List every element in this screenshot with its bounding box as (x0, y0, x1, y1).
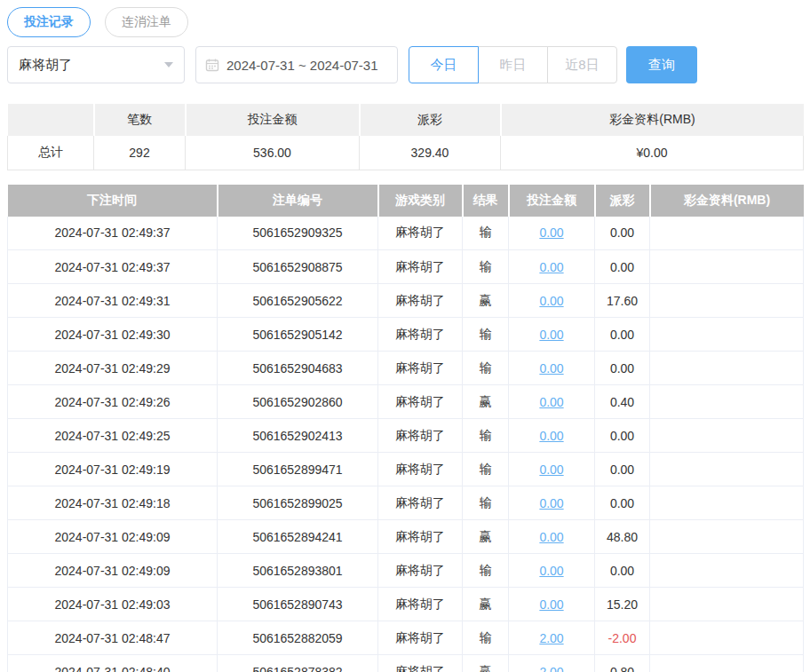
cell-bonus (650, 621, 804, 655)
summary-header-count: 笔数 (94, 104, 186, 136)
cell-game-type: 麻将胡了 (378, 419, 463, 453)
bet-amount-link[interactable]: 0.00 (539, 564, 563, 578)
quick-last8days-button[interactable]: 近8日 (547, 46, 617, 83)
bet-amount-link[interactable]: 0.00 (539, 496, 563, 510)
cell-bet-id: 5061652878382 (218, 655, 378, 672)
bet-amount-link[interactable]: 0.00 (539, 361, 563, 376)
cell-bet-id: 5061652905622 (218, 284, 378, 318)
bet-amount-link[interactable]: 0.00 (539, 294, 563, 308)
date-range-picker[interactable]: 2024-07-31 ~ 2024-07-31 (195, 46, 398, 83)
cell-bet-amount: 0.00 (509, 217, 595, 250)
cell-bonus (650, 588, 804, 621)
cell-game-type: 麻将胡了 (378, 318, 463, 352)
bet-amount-link[interactable]: 0.00 (539, 462, 563, 477)
table-row: 2024-07-31 02:49:095061652894241麻将胡了赢0.0… (8, 520, 804, 554)
records-table: 下注时间 注单编号 游戏类别 结果 投注金额 派彩 彩金资料(RMB) 2024… (7, 185, 804, 672)
summary-total-payout: 329.40 (360, 136, 501, 170)
table-row: 2024-07-31 02:49:255061652902413麻将胡了输0.0… (8, 419, 804, 453)
cell-bet-amount: 0.00 (509, 453, 595, 486)
cell-result: 输 (463, 453, 509, 486)
cell-bet-amount: 0.00 (509, 352, 595, 385)
cell-bet-time: 2024-07-31 02:48:40 (8, 655, 218, 672)
cell-bet-time: 2024-07-31 02:49:29 (8, 352, 218, 385)
cell-bet-time: 2024-07-31 02:49:18 (8, 486, 218, 520)
cell-bet-amount: 0.00 (509, 486, 595, 520)
cell-payout: 0.00 (595, 486, 650, 520)
cell-payout: 0.00 (595, 352, 650, 385)
cell-bonus (650, 655, 804, 672)
cell-payout: 0.00 (595, 250, 650, 284)
cell-bet-id: 5061652899025 (218, 486, 378, 520)
table-row: 2024-07-31 02:49:295061652904683麻将胡了输0.0… (8, 352, 804, 385)
tab-bet-records-label: 投注记录 (24, 14, 74, 30)
cell-payout: -2.00 (595, 621, 650, 655)
cell-bonus (650, 250, 804, 284)
table-row: 2024-07-31 02:49:035061652890743麻将胡了赢0.0… (8, 588, 804, 621)
bet-amount-link[interactable]: 0.00 (539, 429, 563, 443)
tab-bar: 投注记录 连消注单 (7, 7, 810, 37)
summary-header-payout: 派彩 (360, 104, 501, 136)
cell-bet-id: 5061652902413 (218, 419, 378, 453)
bet-amount-link[interactable]: 0.00 (539, 225, 563, 240)
cell-game-type: 麻将胡了 (378, 453, 463, 486)
bet-amount-link[interactable]: 0.00 (539, 260, 563, 274)
filter-bar: 麻将胡了 2024-07-31 ~ 2024-07-31 今日 昨日 近8日 查… (7, 46, 810, 83)
cell-payout: 0.00 (595, 453, 650, 486)
cell-bet-amount: 0.00 (509, 419, 595, 453)
game-select-value: 麻将胡了 (19, 57, 72, 74)
cell-payout: 48.80 (595, 520, 650, 554)
cell-bet-time: 2024-07-31 02:49:03 (8, 588, 218, 621)
cell-payout: 0.80 (595, 655, 650, 672)
cell-bet-id: 5061652893801 (218, 554, 378, 588)
cell-game-type: 麻将胡了 (378, 385, 463, 419)
search-button[interactable]: 查询 (626, 46, 697, 83)
cell-game-type: 麻将胡了 (378, 655, 463, 672)
tab-cancelled-bets[interactable]: 连消注单 (105, 7, 188, 37)
summary-total-bonus: ¥0.00 (501, 136, 804, 170)
cell-result: 赢 (463, 520, 509, 554)
tab-bet-records[interactable]: 投注记录 (7, 7, 91, 37)
cell-bet-amount: 0.00 (509, 588, 595, 621)
cell-result: 赢 (463, 588, 509, 621)
table-row: 2024-07-31 02:49:375061652909325麻将胡了输0.0… (8, 217, 804, 250)
cell-payout: 17.60 (595, 284, 650, 318)
cell-bonus (650, 520, 804, 554)
bet-amount-link[interactable]: 0.00 (539, 395, 563, 409)
bet-amount-link[interactable]: 2.00 (539, 665, 563, 672)
cell-payout: 0.00 (595, 419, 650, 453)
cell-bet-amount: 0.00 (509, 385, 595, 419)
bet-amount-link[interactable]: 0.00 (539, 597, 563, 612)
cell-bet-time: 2024-07-31 02:49:31 (8, 284, 218, 318)
cell-bet-time: 2024-07-31 02:48:47 (8, 621, 218, 655)
cell-bonus (650, 217, 804, 250)
quick-date-group: 今日 昨日 近8日 (409, 46, 617, 83)
cell-game-type: 麻将胡了 (378, 588, 463, 621)
cell-result: 输 (463, 250, 509, 284)
cell-game-type: 麻将胡了 (378, 621, 463, 655)
cell-bet-id: 5061652882059 (218, 621, 378, 655)
cell-bet-id: 5061652902860 (218, 385, 378, 419)
cell-game-type: 麻将胡了 (378, 352, 463, 385)
records-header-row: 下注时间 注单编号 游戏类别 结果 投注金额 派彩 彩金资料(RMB) (8, 185, 804, 217)
quick-yesterday-button[interactable]: 昨日 (478, 46, 548, 83)
cell-game-type: 麻将胡了 (378, 554, 463, 588)
game-select[interactable]: 麻将胡了 (7, 46, 185, 83)
bet-amount-link[interactable]: 0.00 (539, 530, 563, 544)
cell-bet-time: 2024-07-31 02:49:30 (8, 318, 218, 352)
cell-bet-id: 5061652904683 (218, 352, 378, 385)
bet-amount-link[interactable]: 0.00 (539, 328, 563, 342)
cell-bonus (650, 284, 804, 318)
cell-bet-amount: 0.00 (509, 250, 595, 284)
summary-header-bet-amount: 投注金额 (186, 104, 360, 136)
summary-table: 笔数 投注金额 派彩 彩金资料(RMB) 总计 292 536.00 329.4… (7, 104, 804, 170)
cell-result: 输 (463, 554, 509, 588)
bet-amount-link[interactable]: 2.00 (539, 631, 563, 645)
cell-payout: 0.00 (595, 554, 650, 588)
cell-bet-time: 2024-07-31 02:49:19 (8, 453, 218, 486)
table-row: 2024-07-31 02:49:375061652908875麻将胡了输0.0… (8, 250, 804, 284)
records-header-payout: 派彩 (595, 185, 650, 217)
cell-result: 输 (463, 486, 509, 520)
quick-today-button[interactable]: 今日 (409, 46, 479, 83)
table-row: 2024-07-31 02:49:195061652899471麻将胡了输0.0… (8, 453, 804, 486)
table-row: 2024-07-31 02:49:315061652905622麻将胡了赢0.0… (8, 284, 804, 318)
